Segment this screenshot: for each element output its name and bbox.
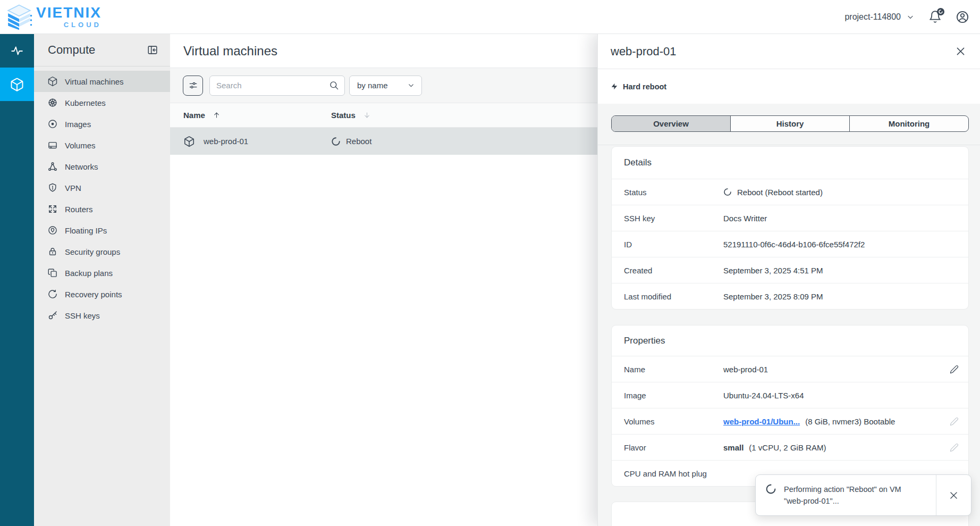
notifications-button[interactable] [928, 10, 942, 23]
edit-volumes-button[interactable] [950, 417, 959, 426]
filter-button[interactable] [183, 76, 203, 96]
tab-history[interactable]: History [730, 116, 849, 131]
lightning-icon [611, 82, 618, 90]
panel-tabs: Overview History Monitoring [611, 115, 969, 132]
spinner-icon [765, 483, 776, 495]
sidebar-item-virtual-machines[interactable]: Virtual machines [34, 71, 170, 92]
property-row-flavor: Flavor small (1 vCPU, 2 GiB RAM) [612, 434, 968, 460]
app-rail [0, 34, 34, 526]
vm-detail-panel: web-prod-01 Hard reboot Overview History… [597, 34, 980, 526]
details-heading: Details [612, 147, 968, 179]
brand-subtitle: CLOUD [64, 21, 102, 28]
panel-close-button[interactable] [955, 46, 966, 57]
disc-icon [47, 119, 58, 129]
vm-name: web-prod-01 [204, 137, 248, 146]
spinner-icon [331, 137, 341, 146]
account-icon [956, 10, 969, 24]
modified-value: September 3, 2025 8:09 PM [723, 292, 959, 301]
sidebar-item-recovery-points[interactable]: Recovery points [34, 283, 170, 305]
sidebar-item-routers[interactable]: Routers [34, 198, 170, 220]
spinner-icon [723, 188, 732, 196]
property-row-volumes: Volumes web-prod-01/Ubun... (8 GiB, nvme… [612, 408, 968, 434]
pencil-icon [950, 365, 959, 374]
created-value: September 3, 2025 4:51 PM [723, 266, 959, 275]
volume-info: (8 GiB, nvmer3) Bootable [805, 417, 895, 426]
toast-close-button[interactable] [936, 475, 971, 515]
compute-sidebar: Compute Virtual machines Kub [34, 34, 170, 526]
edit-name-button[interactable] [950, 365, 959, 374]
detail-row-status: Status Reboot (Reboot started) [612, 179, 968, 205]
divider [598, 145, 980, 145]
shield-icon [47, 182, 58, 193]
column-header-name[interactable]: Name [183, 111, 205, 120]
image-value: Ubuntu-24.04-LTS-x64 [723, 391, 959, 400]
panel-body: Overview History Monitoring Details Stat… [598, 104, 980, 526]
detail-row-id: ID 52191110-0f6c-46d4-b106-6fce55f472f2 [612, 231, 968, 257]
properties-heading: Properties [612, 325, 968, 356]
close-icon [955, 46, 966, 57]
sort-by-select[interactable]: by name [349, 76, 422, 96]
search-input[interactable] [216, 81, 329, 90]
tab-overview[interactable]: Overview [612, 116, 730, 131]
top-header: VIETNIX CLOUD project-114800 [0, 0, 980, 34]
search-icon [329, 80, 339, 90]
pencil-icon [950, 443, 959, 452]
hard-reboot-button[interactable]: Hard reboot [611, 82, 666, 91]
kubernetes-wheel-icon [47, 97, 58, 108]
project-label: project-114800 [844, 12, 901, 22]
collapse-sidebar-button[interactable] [147, 44, 158, 56]
rail-item-activity[interactable] [0, 34, 34, 68]
sort-descending-icon[interactable] [363, 111, 371, 119]
chevron-down-icon [407, 81, 415, 89]
details-card: Details Status Reboot (Reboot started) S… [611, 146, 969, 310]
notification-activity-badge [937, 8, 944, 15]
pencil-icon [950, 417, 959, 426]
corner-arrows-icon [47, 204, 58, 214]
flavor-name: small [723, 443, 744, 452]
sidebar-title: Compute [48, 43, 95, 57]
edit-flavor-button[interactable] [950, 443, 959, 452]
account-button[interactable] [956, 10, 969, 24]
rail-item-compute[interactable] [0, 68, 34, 101]
sort-by-value: by name [357, 81, 388, 90]
sidebar-item-ssh-keys[interactable]: SSH keys [34, 305, 170, 326]
sort-ascending-icon[interactable] [213, 111, 221, 119]
progress-arc-icon [938, 9, 943, 14]
drive-icon [47, 140, 58, 151]
vm-id-value: 52191110-0f6c-46d4-b106-6fce55f472f2 [723, 240, 959, 249]
padlock-icon [47, 246, 58, 257]
sidebar-item-vpn[interactable]: VPN [34, 177, 170, 198]
panel-action-bar: Hard reboot [598, 69, 980, 104]
tab-monitoring[interactable]: Monitoring [849, 116, 968, 131]
column-header-status[interactable]: Status [331, 111, 356, 120]
toast-message: Performing action "Reboot" on VM "web-pr… [784, 483, 901, 515]
detail-row-last-modified: Last modified September 3, 2025 8:09 PM [612, 283, 968, 309]
cube-icon [47, 76, 58, 87]
vm-status: Reboot [346, 137, 371, 146]
brand-logo[interactable]: VIETNIX CLOUD [5, 4, 102, 30]
cube-icon [10, 77, 24, 92]
activity-pulse-icon [10, 44, 24, 58]
panel-collapse-icon [147, 44, 158, 56]
sidebar-item-networks[interactable]: Networks [34, 156, 170, 177]
volume-link[interactable]: web-prod-01/Ubun... [723, 417, 800, 426]
ssh-key-value: Docs Writter [723, 214, 959, 223]
restore-arrow-icon [47, 289, 58, 299]
sidebar-item-security-groups[interactable]: Security groups [34, 241, 170, 262]
status-value: Reboot (Reboot started) [737, 188, 823, 197]
flavor-specs: (1 vCPU, 2 GiB RAM) [749, 443, 826, 452]
sidebar-item-volumes[interactable]: Volumes [34, 135, 170, 156]
sidebar-item-kubernetes[interactable]: Kubernetes [34, 92, 170, 113]
sidebar-item-backup-plans[interactable]: Backup plans [34, 262, 170, 283]
sliders-icon [188, 80, 198, 90]
search-box [209, 76, 345, 96]
sidebar-item-images[interactable]: Images [34, 113, 170, 135]
network-nodes-icon [47, 161, 58, 172]
property-row-image: Image Ubuntu-24.04-LTS-x64 [612, 382, 968, 408]
sidebar-menu: Virtual machines Kubernetes Images [34, 66, 170, 326]
sidebar-item-floating-ips[interactable]: Floating IPs [34, 220, 170, 241]
cube-icon [183, 136, 195, 147]
project-selector[interactable]: project-114800 [844, 12, 915, 22]
pin-circle-icon [47, 225, 58, 236]
chevron-down-icon [906, 13, 915, 21]
